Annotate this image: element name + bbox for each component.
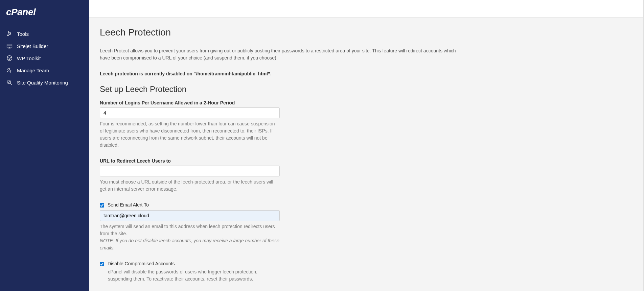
sidebar-item-label: WP Toolkit — [17, 55, 41, 61]
sidebar-item-label: Sitejet Builder — [17, 43, 48, 49]
disable-label[interactable]: Disable Compromised Accounts — [108, 261, 175, 266]
team-icon — [6, 67, 13, 74]
sidebar-item-label: Manage Team — [17, 68, 49, 73]
sidebar-item-manage-team[interactable]: Manage Team — [0, 64, 89, 76]
sidebar-item-wptoolkit[interactable]: WP Toolkit — [0, 52, 89, 64]
sidebar-item-sitejet[interactable]: Sitejet Builder — [0, 40, 89, 52]
tools-icon — [6, 30, 13, 37]
sidebar-item-label: Tools — [17, 31, 29, 37]
email-group: Send Email Alert To The system will send… — [100, 202, 280, 251]
redirect-input[interactable] — [100, 166, 280, 176]
email-help: The system will send an email to this ad… — [100, 223, 280, 251]
sidebar-item-label: Site Quality Monitoring — [17, 80, 68, 86]
sidebar-item-tools[interactable]: Tools — [0, 28, 89, 40]
disable-group: Disable Compromised Accounts cPanel will… — [100, 261, 280, 283]
svg-rect-0 — [7, 44, 12, 48]
logins-input[interactable] — [100, 107, 280, 118]
sidebar-item-site-quality[interactable]: Site Quality Monitoring — [0, 76, 89, 89]
redirect-help: You must choose a URL outside of the lee… — [100, 178, 280, 193]
setup-title: Set up Leech Protection — [100, 84, 606, 94]
status-line: Leech protection is currently disabled o… — [100, 71, 606, 76]
redirect-label: URL to Redirect Leech Users to — [100, 158, 280, 164]
quality-monitor-icon — [6, 79, 13, 86]
top-bar — [89, 0, 644, 18]
email-input[interactable] — [100, 210, 280, 221]
logins-label: Number of Logins Per Username Allowed in… — [100, 100, 280, 105]
email-checkbox[interactable] — [100, 203, 104, 208]
wordpress-icon — [6, 55, 13, 62]
intro-text: Leech Protect allows you to prevent your… — [100, 47, 465, 62]
redirect-group: URL to Redirect Leech Users to You must … — [100, 158, 280, 193]
disable-checkbox[interactable] — [100, 262, 104, 266]
email-label[interactable]: Send Email Alert To — [108, 202, 149, 208]
svg-point-2 — [8, 68, 10, 70]
sitejet-icon — [6, 43, 13, 49]
logo-text: cPanel — [6, 7, 36, 17]
disable-help: cPanel will disable the passwords of use… — [108, 268, 280, 283]
sidebar: cPanel Tools Sitejet Builder WP Toolkit — [0, 0, 89, 291]
logo[interactable]: cPanel — [0, 0, 89, 28]
page-title: Leech Protection — [100, 27, 606, 38]
logins-help: Four is recommended, as setting the numb… — [100, 120, 280, 149]
sidebar-nav: Tools Sitejet Builder WP Toolkit Manage … — [0, 28, 89, 89]
main-content: Leech Protection Leech Protect allows yo… — [89, 0, 644, 291]
logins-group: Number of Logins Per Username Allowed in… — [100, 100, 280, 149]
